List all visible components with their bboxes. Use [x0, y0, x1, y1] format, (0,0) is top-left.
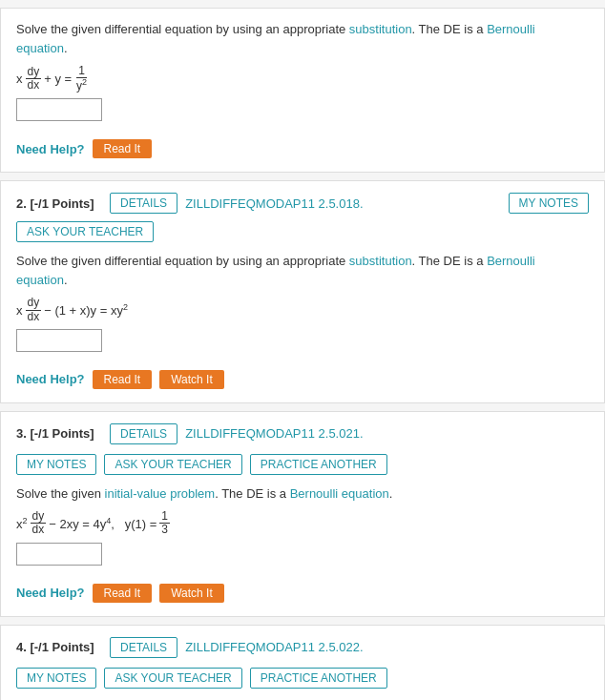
read-it-button-1[interactable]: Read It	[93, 139, 153, 158]
details-button-4[interactable]: DETAILS	[110, 637, 177, 658]
problem-2-answer-input[interactable]	[16, 329, 102, 352]
practice-button-4[interactable]: PRACTICE ANOTHER	[250, 668, 387, 689]
ask-teacher-button-2[interactable]: ASK YOUR TEACHER	[16, 221, 154, 242]
problem-4-subheader: MY NOTES ASK YOUR TEACHER PRACTICE ANOTH…	[16, 668, 589, 689]
need-help-label-2: Need Help?	[16, 372, 85, 386]
highlight-substitution: substitution	[349, 22, 412, 36]
read-it-button-3[interactable]: Read It	[93, 584, 153, 603]
problem-4: 4. [-/1 Points] DETAILS ZILLDIFFEQMODAP1…	[0, 625, 605, 700]
ask-teacher-button-3[interactable]: ASK YOUR TEACHER	[104, 454, 241, 475]
problem-2-equation: x dy dx − (1 + x)y = xy2	[16, 297, 128, 322]
problem-1-equation: x dy dx + y = 1 y2	[16, 65, 89, 93]
problem-3-description: Solve the given initial-value problem. T…	[16, 484, 589, 504]
problem-4-number: 4. [-/1 Points]	[16, 640, 102, 654]
highlight-bernoulli: Bernoulli equation	[16, 22, 535, 55]
problem-2-code: ZILLDIFFEQMODAP11 2.5.018.	[185, 196, 363, 211]
details-button-2[interactable]: DETAILS	[110, 193, 177, 214]
problem-3-equation: x2 dy dx − 2xy = 4y4, y(1) = 1 3	[16, 510, 170, 536]
problem-3-answer-input[interactable]	[16, 543, 102, 566]
problem-3-subheader: MY NOTES ASK YOUR TEACHER PRACTICE ANOTH…	[16, 454, 589, 475]
problem-3: 3. [-/1 Points] DETAILS ZILLDIFFEQMODAP1…	[0, 411, 605, 617]
my-notes-button-3[interactable]: MY NOTES	[16, 454, 96, 475]
problem-1: Solve the given differential equation by…	[0, 8, 605, 173]
need-help-2: Need Help? Read It Watch It	[16, 370, 589, 389]
my-notes-button-2[interactable]: MY NOTES	[509, 193, 589, 214]
problem-2-header: 2. [-/1 Points] DETAILS ZILLDIFFEQMODAP1…	[16, 193, 589, 242]
problem-2-number: 2. [-/1 Points]	[16, 196, 102, 211]
problem-3-code: ZILLDIFFEQMODAP11 2.5.021.	[185, 426, 363, 441]
watch-it-button-3[interactable]: Watch It	[159, 584, 224, 603]
problem-1-description: Solve the given differential equation by…	[16, 20, 589, 57]
read-it-button-2[interactable]: Read It	[93, 370, 153, 389]
problem-1-answer-input[interactable]	[16, 98, 102, 121]
need-help-label-1: Need Help?	[16, 142, 85, 156]
need-help-3: Need Help? Read It Watch It	[16, 584, 589, 603]
need-help-1: Need Help? Read It	[16, 139, 589, 158]
details-button-3[interactable]: DETAILS	[110, 423, 177, 444]
watch-it-button-2[interactable]: Watch It	[159, 370, 224, 389]
problem-2-description: Solve the given differential equation by…	[16, 252, 589, 289]
ask-teacher-button-4[interactable]: ASK YOUR TEACHER	[104, 668, 241, 689]
my-notes-button-4[interactable]: MY NOTES	[16, 668, 96, 689]
problem-3-header: 3. [-/1 Points] DETAILS ZILLDIFFEQMODAP1…	[16, 423, 589, 444]
problem-4-code: ZILLDIFFEQMODAP11 2.5.022.	[185, 640, 363, 654]
practice-button-3[interactable]: PRACTICE ANOTHER	[250, 454, 387, 475]
problem-4-header: 4. [-/1 Points] DETAILS ZILLDIFFEQMODAP1…	[16, 637, 589, 658]
need-help-label-3: Need Help?	[16, 586, 85, 600]
problem-3-number: 3. [-/1 Points]	[16, 426, 102, 441]
problem-2: 2. [-/1 Points] DETAILS ZILLDIFFEQMODAP1…	[0, 180, 605, 402]
